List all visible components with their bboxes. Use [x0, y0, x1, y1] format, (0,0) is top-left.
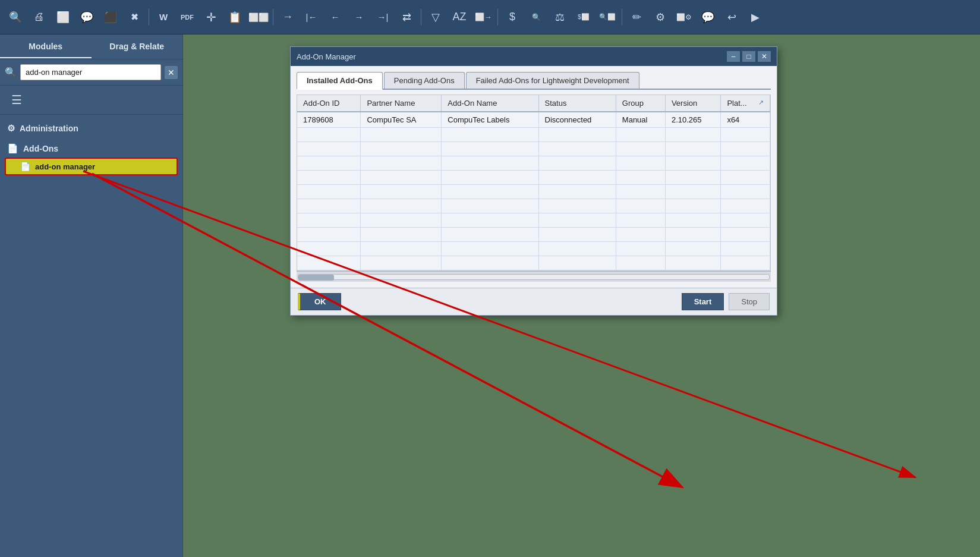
empty-row-9 [297, 242, 770, 256]
administration-icon: ⚙ [7, 123, 15, 134]
sep2 [273, 9, 273, 26]
addons-icon: 📄 [7, 143, 18, 154]
empty-row-3 [297, 156, 770, 171]
cell-group: Manual [616, 112, 665, 128]
ok-button[interactable]: OK [298, 293, 341, 310]
cell-addon-id: 1789608 [297, 112, 361, 128]
cross-toolbar-icon[interactable]: ✛ [200, 7, 222, 28]
section-administration-title: ⚙ Administration [5, 119, 178, 137]
sep1 [149, 9, 149, 26]
cell-addon-name: CompuTec Labels [442, 112, 538, 128]
scrollbar-thumb[interactable] [298, 275, 334, 281]
cell-status: Disconnected [538, 112, 616, 128]
start-button[interactable]: Start [682, 293, 724, 310]
dialog-controls: – □ ✕ [727, 51, 771, 62]
settings2-toolbar-icon[interactable]: ⬜⚙ [673, 7, 695, 28]
zoom-dollar-toolbar-icon[interactable]: 🔍 [525, 7, 547, 28]
sort-toolbar-icon[interactable]: AZ [449, 7, 470, 28]
hamburger-menu-button[interactable]: ☰ [5, 88, 29, 112]
col-group: Group [616, 95, 665, 112]
copy-toolbar-icon[interactable]: ⬛ [100, 7, 121, 28]
nav-prev-toolbar-icon[interactable]: ← [324, 7, 346, 28]
horizontal-scrollbar[interactable] [297, 271, 771, 282]
content-area: Add-On Manager – □ ✕ Installed Add-Ons P… [183, 34, 980, 557]
sidebar-header: Modules Drag & Relate [0, 34, 182, 59]
dialog-footer: OK Start Stop [291, 288, 777, 315]
sep5 [622, 9, 622, 26]
dollar-toolbar-icon[interactable]: $ [502, 7, 523, 28]
empty-row-4 [297, 171, 770, 185]
sidebar-search-icon[interactable]: 🔍 [5, 67, 17, 78]
col-platform: Plat... ↗ [721, 95, 770, 112]
dialog-title: Add-On Manager [297, 52, 356, 61]
col-addon-name: Add-On Name [442, 95, 538, 112]
nav-first-toolbar-icon[interactable]: |← [301, 7, 322, 28]
reply-toolbar-icon[interactable]: ↩ [721, 7, 742, 28]
scale-toolbar-icon[interactable]: ⚖ [549, 7, 571, 28]
clear-search-button[interactable]: ✕ [165, 66, 178, 79]
nav-next-toolbar-icon[interactable]: → [277, 7, 298, 28]
filter-toolbar-icon[interactable]: ▽ [425, 7, 446, 28]
sidebar: Modules Drag & Relate 🔍 ✕ ☰ ⚙ Administra… [0, 34, 183, 557]
word-toolbar-icon[interactable]: W [153, 7, 174, 28]
sidebar-item-addon-manager[interactable]: 📄 add-on manager [5, 158, 178, 175]
print-toolbar-icon[interactable]: 🖨 [29, 7, 50, 28]
dialog-body: Installed Add-Ons Pending Add-Ons Failed… [291, 66, 777, 288]
pdf-toolbar-icon[interactable]: PDF [177, 7, 198, 28]
pencil-toolbar-icon[interactable]: ✏ [626, 7, 647, 28]
cell-partner-name: CompuTec SA [361, 112, 442, 128]
sep3 [421, 9, 421, 26]
minimize-button[interactable]: – [727, 51, 740, 62]
swap-toolbar-icon[interactable]: ⇄ [396, 7, 417, 28]
close-dialog-button[interactable]: ✕ [758, 51, 771, 62]
window-toolbar-icon[interactable]: ⬜ [52, 7, 74, 28]
col-status: Status [538, 95, 616, 112]
maximize-button[interactable]: □ [742, 51, 755, 62]
nav-last-toolbar-icon[interactable]: →| [372, 7, 393, 28]
cell-version: 2.10.265 [665, 112, 720, 128]
empty-row-6 [297, 199, 770, 213]
dialog-titlebar: Add-On Manager – □ ✕ [291, 47, 777, 66]
col-addon-id: Add-On ID [297, 95, 361, 112]
empty-row-7 [297, 213, 770, 228]
tab-failed-addons[interactable]: Failed Add-Ons for Lightweight Developme… [466, 72, 639, 89]
nav2-toolbar-icon[interactable]: ⬜→ [472, 7, 494, 28]
tab-drag-relate[interactable]: Drag & Relate [92, 36, 183, 58]
empty-row-5 [297, 185, 770, 199]
expand-icon[interactable]: ↗ [758, 99, 764, 106]
columns-toolbar-icon[interactable]: ⬜⬜ [248, 7, 269, 28]
scrollbar-track[interactable] [298, 274, 770, 280]
tab-pending-addons[interactable]: Pending Add-Ons [384, 72, 465, 89]
addon-manager-label: add-on manager [35, 162, 95, 171]
section-administration: ⚙ Administration [5, 119, 178, 137]
section-addons-title: 📄 Add-Ons [5, 140, 178, 158]
currency2-toolbar-icon[interactable]: $⬜ [573, 7, 594, 28]
addons-label: Add-Ons [23, 144, 58, 153]
addon-manager-page-icon: 📄 [20, 162, 30, 171]
administration-label: Administration [20, 124, 78, 133]
col-partner-name: Partner Name [361, 95, 442, 112]
chat-toolbar-icon[interactable]: 💬 [76, 7, 97, 28]
sidebar-content: ⚙ Administration 📄 Add-Ons 📄 add-on mana… [0, 115, 182, 557]
comment2-toolbar-icon[interactable]: 💬 [697, 7, 719, 28]
addons-table: Add-On ID Partner Name Add-On Name Statu… [297, 95, 770, 270]
x-toolbar-icon[interactable]: ✖ [124, 7, 145, 28]
nav-next2-toolbar-icon[interactable]: → [348, 7, 370, 28]
col-version: Version [665, 95, 720, 112]
sidebar-search-area: 🔍 ✕ [0, 59, 182, 86]
toolbar: 🔍 🖨 ⬜ 💬 ⬛ ✖ W PDF ✛ 📋 ⬜⬜ → |← ← → →| ⇄ ▽… [0, 0, 980, 34]
more-toolbar-icon[interactable]: ▶ [745, 7, 766, 28]
tab-modules[interactable]: Modules [0, 36, 92, 58]
layout-toolbar-icon[interactable]: 📋 [224, 7, 245, 28]
gear-toolbar-icon[interactable]: ⚙ [650, 7, 671, 28]
search-toolbar-icon[interactable]: 🔍 [5, 7, 26, 28]
empty-row-8 [297, 228, 770, 242]
search-input[interactable] [20, 64, 161, 80]
addon-manager-dialog: Add-On Manager – □ ✕ Installed Add-Ons P… [290, 46, 777, 316]
cell-platform: x64 [721, 112, 770, 128]
stop-button[interactable]: Stop [729, 293, 770, 310]
table-row[interactable]: 1789608 CompuTec SA CompuTec Labels Disc… [297, 112, 770, 128]
tab-installed-addons[interactable]: Installed Add-Ons [297, 72, 383, 90]
addons-table-container: Add-On ID Partner Name Add-On Name Statu… [297, 95, 771, 271]
search3-toolbar-icon[interactable]: 🔍⬜ [597, 7, 618, 28]
